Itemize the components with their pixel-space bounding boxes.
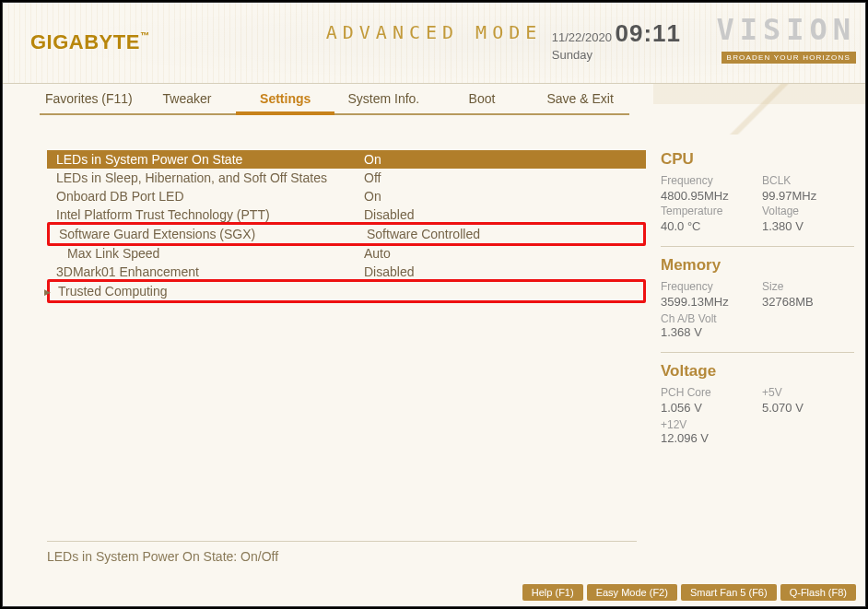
memory-section: Memory Frequency Size 3599.13MHz 32768MB… [661, 246, 854, 352]
cpu-volt-label: Voltage [762, 205, 854, 217]
setting-value: Disabled [364, 263, 642, 281]
mem-freq-value: 3599.13MHz [661, 295, 753, 309]
vision-logo: VISION BROADEN YOUR HORIZONS [716, 12, 856, 64]
mem-chab-value: 1.368 V [661, 325, 854, 339]
side-panel: CPU Frequency BCLK 4800.95MHz 99.97MHz T… [661, 141, 854, 458]
cpu-section: CPU Frequency BCLK 4800.95MHz 99.97MHz T… [661, 141, 854, 246]
day-text: Sunday [552, 48, 592, 62]
setting-value: Auto [364, 244, 642, 263]
footer-buttons: Help (F1)Easy Mode (F2)Smart Fan 5 (F6)Q… [522, 584, 856, 601]
footer-btn-q-flash-f8[interactable]: Q-Flash (F8) [780, 584, 856, 601]
datetime-block: 11/22/2020 09:11 Sunday [552, 19, 681, 62]
setting-row-6[interactable]: 3DMark01 EnhancementDisabled [47, 263, 646, 281]
cpu-freq-value: 4800.95MHz [661, 189, 753, 203]
cpu-bclk-value: 99.97MHz [762, 189, 854, 203]
mem-size-label: Size [762, 280, 854, 293]
tab-boot[interactable]: Boot [433, 88, 532, 115]
header-bar: GIGABYTE™ ADVANCED MODE 11/22/2020 09:11… [3, 3, 865, 84]
top-tabs: Favorites (F11)TweakerSettingsSystem Inf… [40, 88, 629, 115]
tab-tweaker[interactable]: Tweaker [138, 88, 237, 115]
setting-value: Disabled [364, 205, 642, 224]
setting-label: LEDs in Sleep, Hibernation, and Soft Off… [51, 169, 364, 187]
mem-chab-label: Ch A/B Volt [661, 312, 854, 325]
tab-settings[interactable]: Settings [236, 88, 334, 115]
setting-value: On [364, 187, 642, 205]
setting-label: Intel Platform Trust Technology (PTT) [51, 205, 364, 224]
time-text: 09:11 [616, 19, 682, 47]
setting-label: Software Guard Extensions (SGX) [53, 225, 367, 243]
cpu-temp-label: Temperature [661, 205, 753, 217]
mem-size-value: 32768MB [762, 295, 854, 309]
setting-label: Trusted Computing [53, 282, 366, 300]
voltage-heading: Voltage [661, 362, 854, 381]
footer-btn-easy-mode-f2[interactable]: Easy Mode (F2) [587, 584, 677, 601]
setting-label: Onboard DB Port LED [51, 187, 364, 205]
setting-row-3[interactable]: Intel Platform Trust Technology (PTT)Dis… [47, 205, 646, 224]
footer-btn-help-f1[interactable]: Help (F1) [522, 584, 583, 601]
setting-label: 3DMark01 Enhancement [51, 263, 364, 281]
help-hint: LEDs in System Power On State: On/Off [47, 541, 637, 564]
pch-label: PCH Core [661, 386, 753, 399]
cpu-volt-value: 1.380 V [762, 219, 854, 233]
bios-window: GIGABYTE™ ADVANCED MODE 11/22/2020 09:11… [2, 2, 866, 607]
tab-favorites-f11[interactable]: Favorites (F11) [40, 88, 138, 115]
tab-system-info[interactable]: System Info. [334, 88, 433, 115]
memory-heading: Memory [661, 256, 854, 275]
setting-value: Software Controlled [367, 225, 639, 243]
setting-row-1[interactable]: LEDs in Sleep, Hibernation, and Soft Off… [47, 169, 646, 187]
setting-label: LEDs in System Power On State [51, 150, 364, 169]
setting-value: On [364, 150, 642, 169]
vision-word: VISION [716, 12, 856, 47]
p12v-value: 12.096 V [661, 431, 854, 445]
p5v-value: 5.070 V [762, 401, 854, 415]
mode-title: ADVANCED MODE [326, 21, 543, 43]
vision-tagline: BROADEN YOUR HORIZONS [721, 52, 856, 64]
p5v-label: +5V [762, 386, 854, 399]
p12v-label: +12V [661, 418, 854, 431]
date-text: 11/22/2020 [552, 30, 612, 44]
mem-freq-label: Frequency [661, 280, 753, 293]
cpu-bclk-label: BCLK [762, 174, 854, 187]
setting-value [366, 282, 639, 300]
setting-row-5[interactable]: Max Link SpeedAuto [47, 244, 646, 263]
tab-save-exit[interactable]: Save & Exit [531, 88, 629, 115]
cpu-freq-label: Frequency [661, 174, 753, 187]
setting-value: Off [364, 169, 642, 187]
cpu-heading: CPU [661, 150, 854, 169]
setting-row-7[interactable]: Trusted Computing [47, 279, 646, 303]
brand-logo: GIGABYTE™ [30, 30, 149, 54]
cpu-temp-value: 40.0 °C [661, 219, 753, 233]
setting-label: Max Link Speed [51, 244, 364, 263]
settings-list: LEDs in System Power On StateOnLEDs in S… [47, 150, 646, 301]
decorative-circuit [653, 84, 865, 135]
pch-value: 1.056 V [661, 401, 753, 415]
setting-row-2[interactable]: Onboard DB Port LEDOn [47, 187, 646, 205]
setting-row-4[interactable]: Software Guard Extensions (SGX)Software … [47, 222, 646, 246]
setting-row-0[interactable]: LEDs in System Power On StateOn [47, 150, 646, 169]
footer-btn-smart-fan-5-f6[interactable]: Smart Fan 5 (F6) [681, 584, 777, 601]
voltage-section: Voltage PCH Core +5V 1.056 V 5.070 V +12… [661, 352, 854, 458]
